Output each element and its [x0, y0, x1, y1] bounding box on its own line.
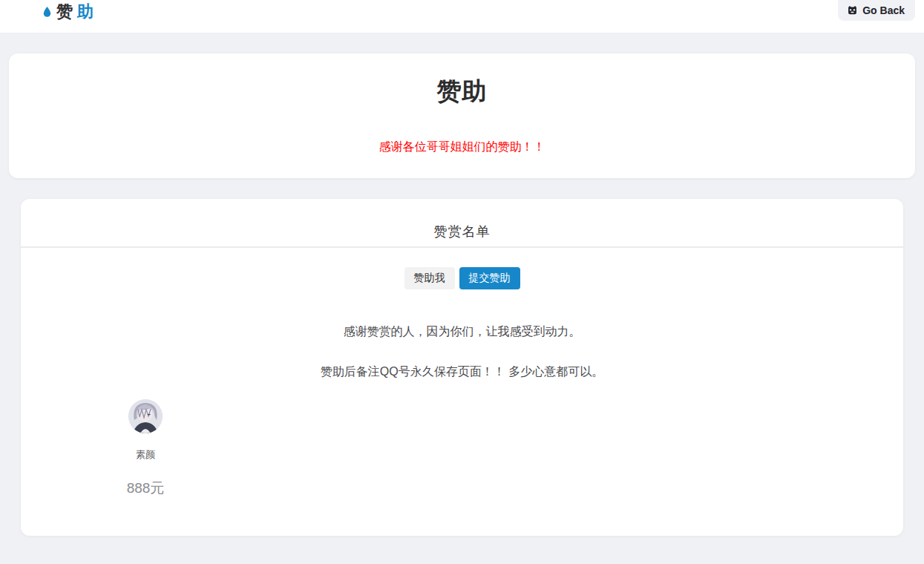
- thanks-message: 感谢各位哥哥姐姐们的赞助！！: [9, 140, 915, 154]
- submit-sponsor-button[interactable]: 提交赞助: [459, 267, 520, 289]
- panel-description-2: 赞助后备注QQ号永久保存页面！！ 多少心意都可以。: [21, 364, 903, 378]
- page-title: 赞助: [9, 53, 915, 104]
- site-logo[interactable]: 赞 助: [41, 1, 95, 23]
- go-back-label: Go Back: [862, 4, 905, 16]
- panel-title: 赞赏名单: [21, 199, 903, 239]
- sponsor-avatar: [128, 399, 163, 433]
- sponsor-entry: 素颜 888元: [91, 399, 200, 496]
- hero-card: 赞助 感谢各位哥哥姐姐们的赞助！！: [9, 53, 915, 178]
- logo-text-dark: 赞: [56, 1, 74, 23]
- sponsor-list: 素颜 888元: [21, 399, 903, 496]
- go-back-button[interactable]: Go Back: [838, 0, 915, 21]
- sponsor-me-button[interactable]: 赞助我: [404, 267, 455, 289]
- panel-description-1: 感谢赞赏的人，因为你们，让我感受到动力。: [21, 324, 903, 338]
- logo-text-blue: 助: [77, 1, 95, 23]
- sponsor-name: 素颜: [136, 449, 155, 460]
- sponsor-panel: 赞赏名单 赞助我 提交赞助 感谢赞赏的人，因为你们，让我感受到动力。 赞助后备注…: [21, 199, 903, 536]
- droplet-icon: [41, 4, 53, 19]
- sponsor-amount: 888元: [127, 480, 165, 496]
- button-row: 赞助我 提交赞助: [21, 267, 903, 289]
- github-icon: [847, 5, 858, 16]
- divider: [21, 246, 903, 248]
- top-header: 赞 助 Go Back: [0, 0, 924, 33]
